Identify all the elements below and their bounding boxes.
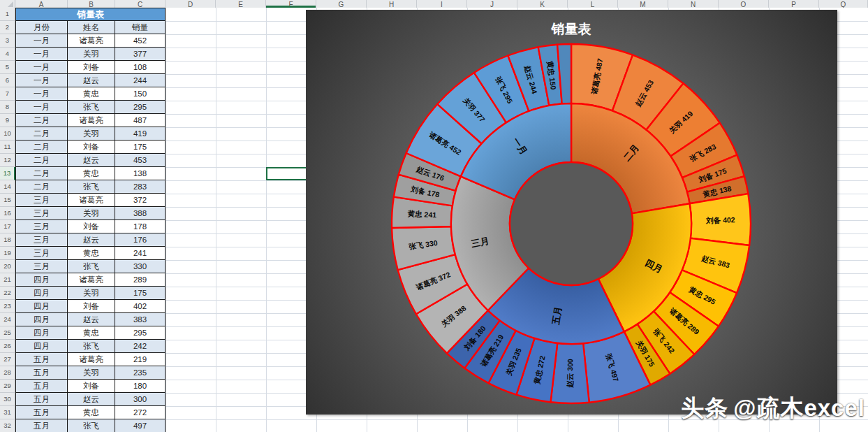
cell-B27[interactable]: 诸葛亮 xyxy=(68,353,115,366)
row-header-16[interactable]: 16 xyxy=(0,207,15,220)
table-header-月份[interactable]: 月份 xyxy=(15,21,68,34)
row-header-1[interactable]: 1 xyxy=(0,8,15,21)
column-header-M[interactable]: M xyxy=(618,0,668,8)
cell-B10[interactable]: 关羽 xyxy=(68,127,115,141)
row-header-14[interactable]: 14 xyxy=(0,180,15,194)
row-header-7[interactable]: 7 xyxy=(0,87,15,101)
row-header-18[interactable]: 18 xyxy=(0,233,15,247)
table-header-销量[interactable]: 销量 xyxy=(115,21,165,34)
cell-C30[interactable]: 300 xyxy=(115,393,165,406)
cell-C32[interactable]: 497 xyxy=(115,419,165,432)
cell-B19[interactable]: 黄忠 xyxy=(68,247,115,260)
cell-A24[interactable]: 四月 xyxy=(15,313,68,326)
row-header-6[interactable]: 6 xyxy=(0,74,15,87)
row-header-22[interactable]: 22 xyxy=(0,287,15,300)
cell-B8[interactable]: 张飞 xyxy=(68,101,115,114)
column-header-A[interactable]: A xyxy=(15,0,68,8)
column-header-K[interactable]: K xyxy=(517,0,568,8)
cell-A3[interactable]: 一月 xyxy=(15,34,68,48)
cell-A18[interactable]: 三月 xyxy=(15,233,68,247)
cell-A27[interactable]: 五月 xyxy=(15,353,68,366)
row-header-12[interactable]: 12 xyxy=(0,154,15,167)
row-header-5[interactable]: 5 xyxy=(0,61,15,74)
cell-C10[interactable]: 419 xyxy=(115,127,165,141)
row-header-28[interactable]: 28 xyxy=(0,366,15,380)
cell-C20[interactable]: 330 xyxy=(115,260,165,273)
cell-C21[interactable]: 289 xyxy=(115,273,165,287)
table-header-姓名[interactable]: 姓名 xyxy=(68,21,115,34)
column-header-C[interactable]: C xyxy=(115,0,165,8)
cell-C18[interactable]: 176 xyxy=(115,233,165,247)
cell-B31[interactable]: 黄忠 xyxy=(68,406,115,419)
cell-B24[interactable]: 赵云 xyxy=(68,313,115,326)
column-header-D[interactable]: D xyxy=(165,0,216,8)
cell-B22[interactable]: 关羽 xyxy=(68,287,115,300)
cell-A10[interactable]: 二月 xyxy=(15,127,68,141)
cell-A14[interactable]: 二月 xyxy=(15,180,68,194)
cell-B18[interactable]: 赵云 xyxy=(68,233,115,247)
row-header-10[interactable]: 10 xyxy=(0,127,15,141)
cell-A16[interactable]: 三月 xyxy=(15,207,68,220)
cell-B17[interactable]: 刘备 xyxy=(68,220,115,233)
cell-A21[interactable]: 四月 xyxy=(15,273,68,287)
row-header-3[interactable]: 3 xyxy=(0,34,15,48)
cell-A28[interactable]: 五月 xyxy=(15,366,68,380)
select-all-corner[interactable] xyxy=(0,0,15,8)
cell-A17[interactable]: 三月 xyxy=(15,220,68,233)
cell-A13[interactable]: 二月 xyxy=(15,167,68,180)
row-header-9[interactable]: 9 xyxy=(0,114,15,127)
cell-B20[interactable]: 张飞 xyxy=(68,260,115,273)
row-header-11[interactable]: 11 xyxy=(0,141,15,154)
cell-B13[interactable]: 黄忠 xyxy=(68,167,115,180)
row-header-31[interactable]: 31 xyxy=(0,406,15,419)
column-header-F[interactable]: F xyxy=(266,0,316,8)
cell-C19[interactable]: 241 xyxy=(115,247,165,260)
cell-A5[interactable]: 一月 xyxy=(15,61,68,74)
row-header-21[interactable]: 21 xyxy=(0,273,15,287)
cell-B16[interactable]: 关羽 xyxy=(68,207,115,220)
cell-B25[interactable]: 黄忠 xyxy=(68,326,115,340)
cell-A8[interactable]: 一月 xyxy=(15,101,68,114)
cell-B12[interactable]: 赵云 xyxy=(68,154,115,167)
column-header-Q[interactable]: Q xyxy=(819,0,868,8)
row-header-17[interactable]: 17 xyxy=(0,220,15,233)
cell-A20[interactable]: 三月 xyxy=(15,260,68,273)
cell-C11[interactable]: 175 xyxy=(115,141,165,154)
cell-B7[interactable]: 黄忠 xyxy=(68,87,115,101)
cell-B32[interactable]: 张飞 xyxy=(68,419,115,432)
cell-C17[interactable]: 178 xyxy=(115,220,165,233)
cell-A19[interactable]: 三月 xyxy=(15,247,68,260)
cell-C9[interactable]: 487 xyxy=(115,114,165,127)
column-header-G[interactable]: G xyxy=(316,0,367,8)
cell-B4[interactable]: 关羽 xyxy=(68,48,115,61)
column-header-B[interactable]: B xyxy=(68,0,115,8)
cell-B6[interactable]: 赵云 xyxy=(68,74,115,87)
cell-C7[interactable]: 150 xyxy=(115,87,165,101)
table-title-cell[interactable]: 销量表 xyxy=(15,8,165,21)
cell-B14[interactable]: 张飞 xyxy=(68,180,115,194)
cell-B5[interactable]: 刘备 xyxy=(68,61,115,74)
sales-sunburst-chart[interactable]: 销量表诸葛亮 487赵云 453关羽 419张飞 283刘备 175黄忠 138… xyxy=(306,10,837,415)
cell-A29[interactable]: 五月 xyxy=(15,380,68,393)
cell-C28[interactable]: 235 xyxy=(115,366,165,380)
column-header-E[interactable]: E xyxy=(216,0,266,8)
cell-C13[interactable]: 138 xyxy=(115,167,165,180)
column-header-I[interactable]: I xyxy=(417,0,467,8)
row-header-25[interactable]: 25 xyxy=(0,326,15,340)
row-header-27[interactable]: 27 xyxy=(0,353,15,366)
cell-B9[interactable]: 诸葛亮 xyxy=(68,114,115,127)
column-header-H[interactable]: H xyxy=(367,0,417,8)
cell-A15[interactable]: 三月 xyxy=(15,194,68,207)
cell-C29[interactable]: 180 xyxy=(115,380,165,393)
cell-A30[interactable]: 五月 xyxy=(15,393,68,406)
cell-A25[interactable]: 四月 xyxy=(15,326,68,340)
cell-C3[interactable]: 452 xyxy=(115,34,165,48)
cell-A4[interactable]: 一月 xyxy=(15,48,68,61)
cell-A26[interactable]: 四月 xyxy=(15,340,68,353)
cell-C27[interactable]: 219 xyxy=(115,353,165,366)
column-header-J[interactable]: J xyxy=(467,0,517,8)
row-header-15[interactable]: 15 xyxy=(0,194,15,207)
cell-A11[interactable]: 二月 xyxy=(15,141,68,154)
cell-A6[interactable]: 一月 xyxy=(15,74,68,87)
row-header-13[interactable]: 13 xyxy=(0,167,15,180)
